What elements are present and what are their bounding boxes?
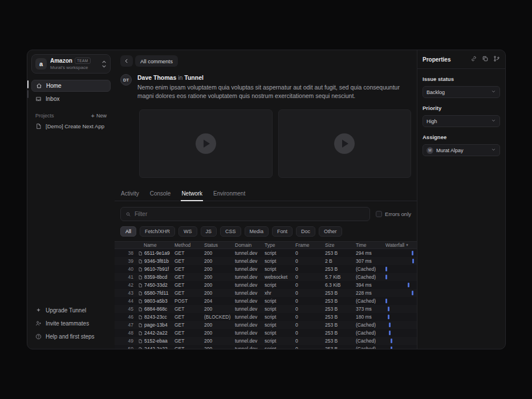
sidebar-item-inbox[interactable]: Inbox [31,93,111,105]
new-project-button[interactable]: + New [91,113,107,119]
video-player-1[interactable] [139,109,273,178]
all-comments-button[interactable]: All comments [135,55,178,67]
waterfall-bar [385,275,387,279]
cell-time: (Cached) [354,266,384,272]
table-row[interactable]: 418359-8bcdGET200tunnel.devwebsocket05.7… [115,273,417,281]
table-row[interactable]: 47page-13b4GET200tunnel.devscript0253 B(… [115,321,417,329]
table-row[interactable]: 386511-9e1a9GET200tunnel.devscript0253 B… [115,249,417,257]
workspace-switcher[interactable]: a Amazon TEAM Murat's workspace [31,54,111,74]
column-header-size[interactable]: Size [323,242,354,248]
tab-activity[interactable]: Activity [120,188,140,201]
table-body: 386511-9e1a9GET200tunnel.devscript0253 B… [115,249,417,349]
sidebar-item-demo-project[interactable]: [Demo] Create Next App [31,120,111,132]
cell-waterfall [384,305,417,313]
cell-method: GET [173,322,202,328]
cell-status: 200 [202,250,233,256]
column-header-name[interactable]: Name [136,242,173,248]
inbox-icon [35,96,42,102]
file-icon [138,323,143,328]
filter-box[interactable] [120,207,370,221]
cell-method: GET [173,346,202,349]
file-icon [138,331,143,336]
sidebar-item-home[interactable]: Home [31,80,111,92]
git-branch-icon[interactable] [493,54,500,64]
column-header-type[interactable]: Type [263,242,294,248]
column-header-time[interactable]: Time [354,242,384,248]
chip-other[interactable]: Other [319,226,342,237]
video-player-2[interactable] [278,109,412,178]
table-row[interactable]: 436580-7fd11GET200tunnel.devxhr0253 B228… [115,289,417,297]
tab-console[interactable]: Console [149,188,172,201]
copy-icon[interactable] [482,54,489,64]
issue-status-label: Issue status [423,76,500,82]
cell-waterfall [384,249,417,257]
play-icon[interactable] [334,133,355,154]
chip-css[interactable]: CSS [220,226,241,237]
back-button[interactable] [120,55,133,67]
comment: DT Dave Thomas in Tunnel Nemo enim ipsam… [120,74,411,100]
assignee-value: Murat Alpay [436,148,488,153]
waterfall-bar [389,331,391,335]
cell-method: GET [173,282,202,288]
play-icon[interactable] [196,133,216,154]
column-header-method[interactable]: Method [173,242,202,248]
column-header-waterfall[interactable]: Waterfall▾ [384,242,417,248]
chip-all[interactable]: All [120,226,136,237]
priority-select[interactable]: High [423,115,500,127]
cell-frame: 0 [294,274,323,280]
sidebar-scrollbar-thumb[interactable] [27,80,29,88]
waterfall-bar [412,291,413,295]
waterfall-bar [391,347,392,349]
assignee-select[interactable]: M Murat Alpay [423,144,500,156]
errors-only-toggle[interactable]: Errors only [376,211,411,217]
assignee-label: Assignee [423,134,500,140]
table-row[interactable]: 468243-23ccGET(BLOCKED)tunnel.devscript0… [115,313,417,321]
tab-environment[interactable]: Environment [213,188,246,201]
column-header-status[interactable]: Status [202,242,233,248]
table-row[interactable]: 449803-a5b3POST204tunnel.devscript0253 B… [115,297,417,305]
help-button[interactable]: Help and first steps [31,331,111,343]
sparkle-icon [35,307,42,314]
upgrade-tunnel-button[interactable]: Upgrade Tunnel [31,304,111,316]
properties-title: Properties [423,56,450,63]
document-icon [35,123,42,129]
waterfall-bar [385,267,387,271]
type-filter-chips: AllFetch/XHRWSJSCSSMediaFontDocOther [120,226,411,237]
assignee-avatar: M [427,147,433,154]
cell-size: 253 B [323,322,354,328]
tab-network[interactable]: Network [181,188,203,201]
link-icon[interactable] [470,54,477,64]
column-header-domain[interactable]: Domain [233,242,263,248]
chip-ws[interactable]: WS [178,226,197,237]
cell-size: 253 B [323,290,354,296]
file-icon [138,283,143,288]
table-row[interactable]: 482442-2a22GET200tunnel.devscript0253 B(… [115,329,417,337]
chip-doc[interactable]: Doc [296,226,315,237]
filter-input[interactable] [135,211,365,217]
cell-time: (Cached) [354,330,384,336]
table-row[interactable]: 495152-ebaaGET200tunnel.devscript0253 B(… [115,337,417,345]
cell-status: 204 [202,298,233,304]
table-header: NameMethodStatusDomainTypeFrameSizeTimeW… [115,241,417,249]
cell-type: script [263,282,294,288]
table-row[interactable]: 456884-868cGET200tunnel.devscript0253 B3… [115,305,417,313]
chip-font[interactable]: Font [272,226,293,237]
column-header-frame[interactable]: Frame [294,242,323,248]
chip-js[interactable]: JS [201,226,217,237]
cell-waterfall [384,337,417,345]
table-row[interactable]: 409610-7b91fGET200tunnel.devscript0253 B… [115,265,417,273]
file-icon [138,275,143,280]
table-row[interactable]: 399346-3f81bGET200tunnel.devscript02 B30… [115,257,417,265]
table-row[interactable]: 427450-33d2GET200tunnel.devscript06.3 Ki… [115,281,417,289]
table-row[interactable]: 502442-2a22GET200tunnel.devscript0253 B(… [115,345,417,349]
file-icon [138,291,143,296]
cell-frame: 0 [294,298,323,304]
chip-fetch-xhr[interactable]: Fetch/XHR [140,226,175,237]
invite-teammates-button[interactable]: Invite teammates [31,317,111,329]
cell-size: 253 B [323,314,354,320]
errors-only-checkbox[interactable] [376,211,382,217]
cell-method: GET [173,306,202,312]
issue-status-select[interactable]: Backlog [423,86,500,98]
workspace-avatar: a [35,58,47,70]
chip-media[interactable]: Media [245,226,269,237]
